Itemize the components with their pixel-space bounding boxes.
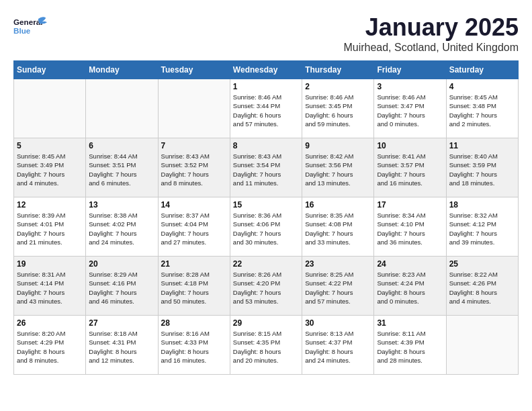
day-number: 12: [17, 200, 83, 210]
calendar-cell: 3Sunrise: 8:46 AM Sunset: 3:47 PM Daylig…: [374, 79, 446, 138]
calendar-cell: 20Sunrise: 8:29 AM Sunset: 4:16 PM Dayli…: [86, 257, 158, 316]
day-info: Sunrise: 8:13 AM Sunset: 4:37 PM Dayligh…: [305, 329, 371, 365]
calendar-cell: 13Sunrise: 8:38 AM Sunset: 4:02 PM Dayli…: [86, 197, 158, 257]
day-number: 16: [305, 200, 371, 210]
day-number: 30: [305, 318, 371, 328]
week-row-1: 1Sunrise: 8:46 AM Sunset: 3:44 PM Daylig…: [14, 79, 519, 138]
day-number: 20: [89, 259, 154, 269]
day-number: 31: [377, 318, 443, 328]
day-number: 13: [89, 200, 154, 210]
header-day-sunday: Sunday: [14, 61, 86, 79]
day-number: 21: [161, 259, 227, 269]
day-number: 8: [233, 141, 299, 150]
calendar-cell: [14, 79, 86, 138]
day-info: Sunrise: 8:36 AM Sunset: 4:06 PM Dayligh…: [233, 211, 299, 246]
calendar-cell: 24Sunrise: 8:23 AM Sunset: 4:24 PM Dayli…: [374, 257, 446, 316]
day-number: 27: [89, 318, 154, 328]
calendar-cell: 28Sunrise: 8:16 AM Sunset: 4:33 PM Dayli…: [158, 316, 230, 375]
week-row-4: 19Sunrise: 8:31 AM Sunset: 4:14 PM Dayli…: [14, 257, 519, 316]
svg-text:General: General: [13, 17, 42, 26]
calendar-cell: 11Sunrise: 8:40 AM Sunset: 3:59 PM Dayli…: [446, 138, 518, 197]
calendar-cell: 30Sunrise: 8:13 AM Sunset: 4:37 PM Dayli…: [302, 316, 374, 375]
week-row-3: 12Sunrise: 8:39 AM Sunset: 4:01 PM Dayli…: [14, 197, 519, 257]
calendar-cell: 22Sunrise: 8:26 AM Sunset: 4:20 PM Dayli…: [230, 257, 302, 316]
calendar-cell: 27Sunrise: 8:18 AM Sunset: 4:31 PM Dayli…: [86, 316, 158, 375]
day-number: 2: [305, 82, 371, 91]
day-info: Sunrise: 8:46 AM Sunset: 3:44 PM Dayligh…: [233, 93, 299, 128]
header-row: SundayMondayTuesdayWednesdayThursdayFrid…: [14, 61, 519, 79]
header-day-saturday: Saturday: [446, 61, 518, 79]
day-info: Sunrise: 8:25 AM Sunset: 4:22 PM Dayligh…: [305, 270, 371, 306]
day-info: Sunrise: 8:42 AM Sunset: 3:56 PM Dayligh…: [305, 152, 371, 187]
week-row-2: 5Sunrise: 8:45 AM Sunset: 3:49 PM Daylig…: [14, 138, 519, 197]
day-info: Sunrise: 8:44 AM Sunset: 3:51 PM Dayligh…: [89, 152, 154, 187]
day-info: Sunrise: 8:26 AM Sunset: 4:20 PM Dayligh…: [233, 270, 299, 306]
day-number: 23: [305, 259, 371, 269]
day-number: 11: [449, 141, 515, 150]
header-day-tuesday: Tuesday: [158, 61, 230, 79]
day-number: 7: [161, 141, 227, 150]
calendar-cell: 7Sunrise: 8:43 AM Sunset: 3:52 PM Daylig…: [158, 138, 230, 197]
calendar-cell: 31Sunrise: 8:11 AM Sunset: 4:39 PM Dayli…: [374, 316, 446, 375]
title-block: January 2025 Muirhead, Scotland, United …: [343, 13, 519, 54]
day-number: 24: [377, 259, 443, 269]
header-day-friday: Friday: [374, 61, 446, 79]
day-info: Sunrise: 8:32 AM Sunset: 4:12 PM Dayligh…: [449, 211, 515, 246]
calendar-subtitle: Muirhead, Scotland, United Kingdom: [343, 42, 519, 54]
calendar-cell: 26Sunrise: 8:20 AM Sunset: 4:29 PM Dayli…: [14, 316, 86, 375]
day-info: Sunrise: 8:31 AM Sunset: 4:14 PM Dayligh…: [17, 270, 83, 306]
day-info: Sunrise: 8:41 AM Sunset: 3:57 PM Dayligh…: [377, 152, 443, 187]
calendar-cell: 12Sunrise: 8:39 AM Sunset: 4:01 PM Dayli…: [14, 197, 86, 257]
calendar-cell: 4Sunrise: 8:45 AM Sunset: 3:48 PM Daylig…: [446, 79, 518, 138]
calendar-cell: [158, 79, 230, 138]
day-info: Sunrise: 8:22 AM Sunset: 4:26 PM Dayligh…: [449, 270, 515, 306]
logo-icon: General Blue: [13, 13, 47, 40]
day-info: Sunrise: 8:11 AM Sunset: 4:39 PM Dayligh…: [377, 329, 443, 365]
calendar-cell: 6Sunrise: 8:44 AM Sunset: 3:51 PM Daylig…: [86, 138, 158, 197]
day-number: 18: [449, 200, 515, 210]
calendar-cell: 29Sunrise: 8:15 AM Sunset: 4:35 PM Dayli…: [230, 316, 302, 375]
header-day-thursday: Thursday: [302, 61, 374, 79]
day-number: 10: [377, 141, 443, 150]
day-number: 19: [17, 259, 83, 269]
calendar-cell: 1Sunrise: 8:46 AM Sunset: 3:44 PM Daylig…: [230, 79, 302, 138]
day-info: Sunrise: 8:37 AM Sunset: 4:04 PM Dayligh…: [161, 211, 227, 246]
day-number: 3: [377, 82, 443, 91]
day-info: Sunrise: 8:43 AM Sunset: 3:52 PM Dayligh…: [161, 152, 227, 187]
day-info: Sunrise: 8:20 AM Sunset: 4:29 PM Dayligh…: [17, 329, 83, 365]
calendar-cell: 10Sunrise: 8:41 AM Sunset: 3:57 PM Dayli…: [374, 138, 446, 197]
day-info: Sunrise: 8:15 AM Sunset: 4:35 PM Dayligh…: [233, 329, 299, 365]
header-day-monday: Monday: [86, 61, 158, 79]
calendar-cell: 5Sunrise: 8:45 AM Sunset: 3:49 PM Daylig…: [14, 138, 86, 197]
calendar-cell: 17Sunrise: 8:34 AM Sunset: 4:10 PM Dayli…: [374, 197, 446, 257]
header-day-wednesday: Wednesday: [230, 61, 302, 79]
day-number: 9: [305, 141, 371, 150]
week-row-5: 26Sunrise: 8:20 AM Sunset: 4:29 PM Dayli…: [14, 316, 519, 375]
day-info: Sunrise: 8:38 AM Sunset: 4:02 PM Dayligh…: [89, 211, 154, 246]
calendar-cell: 9Sunrise: 8:42 AM Sunset: 3:56 PM Daylig…: [302, 138, 374, 197]
calendar-title: January 2025: [343, 13, 519, 42]
day-number: 14: [161, 200, 227, 210]
day-number: 5: [17, 141, 83, 150]
calendar-table: SundayMondayTuesdayWednesdayThursdayFrid…: [13, 60, 519, 375]
calendar-cell: 2Sunrise: 8:46 AM Sunset: 3:45 PM Daylig…: [302, 79, 374, 138]
day-info: Sunrise: 8:18 AM Sunset: 4:31 PM Dayligh…: [89, 329, 154, 365]
day-number: 29: [233, 318, 299, 328]
day-info: Sunrise: 8:34 AM Sunset: 4:10 PM Dayligh…: [377, 211, 443, 246]
day-number: 4: [449, 82, 515, 91]
calendar-cell: [446, 316, 518, 375]
calendar-cell: 23Sunrise: 8:25 AM Sunset: 4:22 PM Dayli…: [302, 257, 374, 316]
day-number: 15: [233, 200, 299, 210]
day-info: Sunrise: 8:39 AM Sunset: 4:01 PM Dayligh…: [17, 211, 83, 246]
day-number: 6: [89, 141, 154, 150]
calendar-cell: [86, 79, 158, 138]
calendar-cell: 8Sunrise: 8:43 AM Sunset: 3:54 PM Daylig…: [230, 138, 302, 197]
day-info: Sunrise: 8:46 AM Sunset: 3:45 PM Dayligh…: [305, 93, 371, 128]
calendar-cell: 21Sunrise: 8:28 AM Sunset: 4:18 PM Dayli…: [158, 257, 230, 316]
day-info: Sunrise: 8:45 AM Sunset: 3:48 PM Dayligh…: [449, 93, 515, 128]
day-info: Sunrise: 8:35 AM Sunset: 4:08 PM Dayligh…: [305, 211, 371, 246]
page-header: General Blue January 2025 Muirhead, Scot…: [13, 13, 519, 54]
day-info: Sunrise: 8:29 AM Sunset: 4:16 PM Dayligh…: [89, 270, 154, 306]
logo: General Blue: [13, 13, 47, 40]
day-number: 22: [233, 259, 299, 269]
